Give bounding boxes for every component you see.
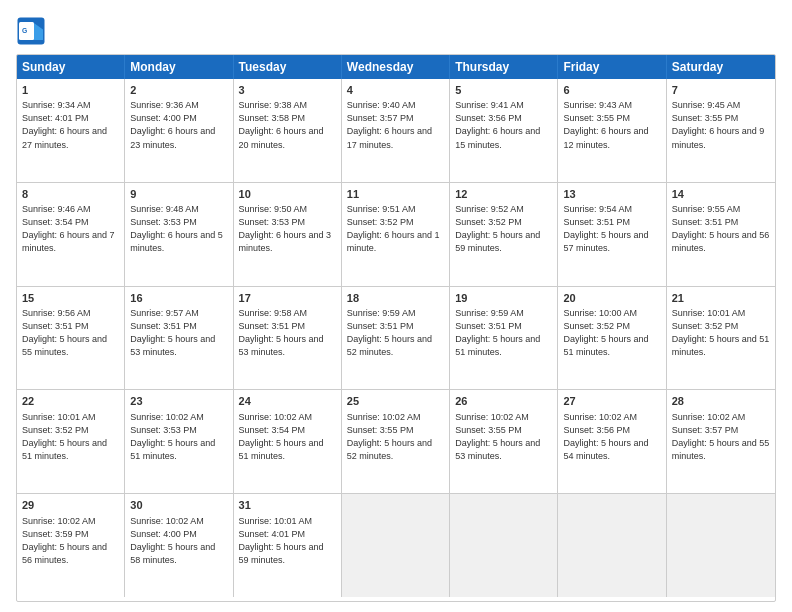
day-number: 1	[22, 83, 119, 98]
day-info: Sunrise: 9:43 AM Sunset: 3:55 PM Dayligh…	[563, 99, 660, 151]
calendar-week-1: 1Sunrise: 9:34 AM Sunset: 4:01 PM Daylig…	[17, 79, 775, 183]
day-number: 4	[347, 83, 444, 98]
day-number: 22	[22, 394, 119, 409]
day-header-tuesday: Tuesday	[234, 55, 342, 79]
day-info: Sunrise: 10:01 AM Sunset: 3:52 PM Daylig…	[22, 411, 119, 463]
day-header-sunday: Sunday	[17, 55, 125, 79]
day-header-thursday: Thursday	[450, 55, 558, 79]
day-info: Sunrise: 10:02 AM Sunset: 4:00 PM Daylig…	[130, 515, 227, 567]
day-number: 24	[239, 394, 336, 409]
day-cell-11: 11Sunrise: 9:51 AM Sunset: 3:52 PM Dayli…	[342, 183, 450, 286]
day-cell-8: 8Sunrise: 9:46 AM Sunset: 3:54 PM Daylig…	[17, 183, 125, 286]
calendar-week-5: 29Sunrise: 10:02 AM Sunset: 3:59 PM Dayl…	[17, 494, 775, 597]
calendar-week-3: 15Sunrise: 9:56 AM Sunset: 3:51 PM Dayli…	[17, 287, 775, 391]
day-number: 25	[347, 394, 444, 409]
day-number: 26	[455, 394, 552, 409]
day-cell-30: 30Sunrise: 10:02 AM Sunset: 4:00 PM Dayl…	[125, 494, 233, 597]
empty-cell	[450, 494, 558, 597]
day-number: 23	[130, 394, 227, 409]
day-number: 28	[672, 394, 770, 409]
day-info: Sunrise: 9:52 AM Sunset: 3:52 PM Dayligh…	[455, 203, 552, 255]
day-cell-25: 25Sunrise: 10:02 AM Sunset: 3:55 PM Dayl…	[342, 390, 450, 493]
day-number: 31	[239, 498, 336, 513]
day-number: 20	[563, 291, 660, 306]
day-info: Sunrise: 9:45 AM Sunset: 3:55 PM Dayligh…	[672, 99, 770, 151]
calendar-body: 1Sunrise: 9:34 AM Sunset: 4:01 PM Daylig…	[17, 79, 775, 597]
day-cell-1: 1Sunrise: 9:34 AM Sunset: 4:01 PM Daylig…	[17, 79, 125, 182]
day-number: 13	[563, 187, 660, 202]
day-cell-5: 5Sunrise: 9:41 AM Sunset: 3:56 PM Daylig…	[450, 79, 558, 182]
day-info: Sunrise: 9:58 AM Sunset: 3:51 PM Dayligh…	[239, 307, 336, 359]
day-info: Sunrise: 9:48 AM Sunset: 3:53 PM Dayligh…	[130, 203, 227, 255]
day-cell-7: 7Sunrise: 9:45 AM Sunset: 3:55 PM Daylig…	[667, 79, 775, 182]
day-info: Sunrise: 10:01 AM Sunset: 3:52 PM Daylig…	[672, 307, 770, 359]
day-cell-12: 12Sunrise: 9:52 AM Sunset: 3:52 PM Dayli…	[450, 183, 558, 286]
day-number: 11	[347, 187, 444, 202]
day-info: Sunrise: 9:46 AM Sunset: 3:54 PM Dayligh…	[22, 203, 119, 255]
calendar-week-2: 8Sunrise: 9:46 AM Sunset: 3:54 PM Daylig…	[17, 183, 775, 287]
day-cell-2: 2Sunrise: 9:36 AM Sunset: 4:00 PM Daylig…	[125, 79, 233, 182]
logo: G	[16, 16, 50, 46]
day-cell-17: 17Sunrise: 9:58 AM Sunset: 3:51 PM Dayli…	[234, 287, 342, 390]
day-info: Sunrise: 10:02 AM Sunset: 3:55 PM Daylig…	[455, 411, 552, 463]
day-number: 5	[455, 83, 552, 98]
calendar: SundayMondayTuesdayWednesdayThursdayFrid…	[16, 54, 776, 602]
calendar-week-4: 22Sunrise: 10:01 AM Sunset: 3:52 PM Dayl…	[17, 390, 775, 494]
day-info: Sunrise: 9:54 AM Sunset: 3:51 PM Dayligh…	[563, 203, 660, 255]
day-number: 10	[239, 187, 336, 202]
day-number: 30	[130, 498, 227, 513]
day-cell-9: 9Sunrise: 9:48 AM Sunset: 3:53 PM Daylig…	[125, 183, 233, 286]
day-cell-3: 3Sunrise: 9:38 AM Sunset: 3:58 PM Daylig…	[234, 79, 342, 182]
day-header-friday: Friday	[558, 55, 666, 79]
day-cell-19: 19Sunrise: 9:59 AM Sunset: 3:51 PM Dayli…	[450, 287, 558, 390]
day-number: 29	[22, 498, 119, 513]
day-info: Sunrise: 9:41 AM Sunset: 3:56 PM Dayligh…	[455, 99, 552, 151]
day-info: Sunrise: 9:55 AM Sunset: 3:51 PM Dayligh…	[672, 203, 770, 255]
day-cell-29: 29Sunrise: 10:02 AM Sunset: 3:59 PM Dayl…	[17, 494, 125, 597]
day-number: 18	[347, 291, 444, 306]
day-info: Sunrise: 10:02 AM Sunset: 3:54 PM Daylig…	[239, 411, 336, 463]
day-number: 16	[130, 291, 227, 306]
day-info: Sunrise: 9:59 AM Sunset: 3:51 PM Dayligh…	[455, 307, 552, 359]
svg-text:G: G	[22, 27, 27, 34]
day-number: 14	[672, 187, 770, 202]
empty-cell	[558, 494, 666, 597]
day-info: Sunrise: 10:02 AM Sunset: 3:59 PM Daylig…	[22, 515, 119, 567]
day-number: 21	[672, 291, 770, 306]
day-cell-18: 18Sunrise: 9:59 AM Sunset: 3:51 PM Dayli…	[342, 287, 450, 390]
day-info: Sunrise: 10:01 AM Sunset: 4:01 PM Daylig…	[239, 515, 336, 567]
empty-cell	[342, 494, 450, 597]
day-cell-10: 10Sunrise: 9:50 AM Sunset: 3:53 PM Dayli…	[234, 183, 342, 286]
day-cell-15: 15Sunrise: 9:56 AM Sunset: 3:51 PM Dayli…	[17, 287, 125, 390]
day-info: Sunrise: 10:00 AM Sunset: 3:52 PM Daylig…	[563, 307, 660, 359]
day-cell-20: 20Sunrise: 10:00 AM Sunset: 3:52 PM Dayl…	[558, 287, 666, 390]
day-info: Sunrise: 9:40 AM Sunset: 3:57 PM Dayligh…	[347, 99, 444, 151]
day-info: Sunrise: 9:50 AM Sunset: 3:53 PM Dayligh…	[239, 203, 336, 255]
day-info: Sunrise: 9:51 AM Sunset: 3:52 PM Dayligh…	[347, 203, 444, 255]
day-cell-14: 14Sunrise: 9:55 AM Sunset: 3:51 PM Dayli…	[667, 183, 775, 286]
day-info: Sunrise: 10:02 AM Sunset: 3:55 PM Daylig…	[347, 411, 444, 463]
day-number: 6	[563, 83, 660, 98]
day-cell-28: 28Sunrise: 10:02 AM Sunset: 3:57 PM Dayl…	[667, 390, 775, 493]
day-cell-16: 16Sunrise: 9:57 AM Sunset: 3:51 PM Dayli…	[125, 287, 233, 390]
day-info: Sunrise: 9:59 AM Sunset: 3:51 PM Dayligh…	[347, 307, 444, 359]
day-number: 27	[563, 394, 660, 409]
day-cell-4: 4Sunrise: 9:40 AM Sunset: 3:57 PM Daylig…	[342, 79, 450, 182]
empty-cell	[667, 494, 775, 597]
day-cell-13: 13Sunrise: 9:54 AM Sunset: 3:51 PM Dayli…	[558, 183, 666, 286]
day-number: 17	[239, 291, 336, 306]
day-cell-31: 31Sunrise: 10:01 AM Sunset: 4:01 PM Dayl…	[234, 494, 342, 597]
day-number: 15	[22, 291, 119, 306]
header: G	[16, 16, 776, 46]
day-cell-26: 26Sunrise: 10:02 AM Sunset: 3:55 PM Dayl…	[450, 390, 558, 493]
page: G SundayMondayTuesdayWednesdayThursdayFr…	[0, 0, 792, 612]
day-number: 9	[130, 187, 227, 202]
calendar-header: SundayMondayTuesdayWednesdayThursdayFrid…	[17, 55, 775, 79]
day-number: 3	[239, 83, 336, 98]
day-header-monday: Monday	[125, 55, 233, 79]
logo-icon: G	[16, 16, 46, 46]
day-cell-27: 27Sunrise: 10:02 AM Sunset: 3:56 PM Dayl…	[558, 390, 666, 493]
day-info: Sunrise: 9:57 AM Sunset: 3:51 PM Dayligh…	[130, 307, 227, 359]
day-number: 2	[130, 83, 227, 98]
day-cell-22: 22Sunrise: 10:01 AM Sunset: 3:52 PM Dayl…	[17, 390, 125, 493]
